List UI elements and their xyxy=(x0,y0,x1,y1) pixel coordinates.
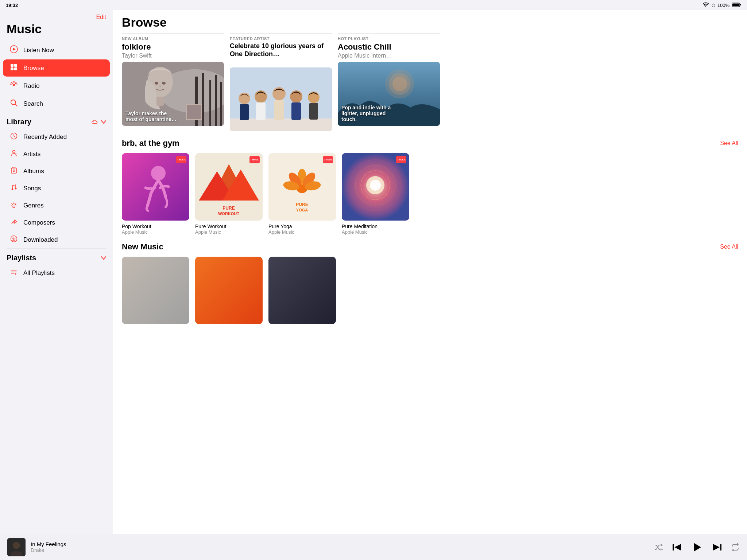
browse-title: Browse xyxy=(113,10,747,33)
folklore-image[interactable]: Taylor makes the most of quarantine… xyxy=(122,62,224,126)
composers-icon xyxy=(9,218,18,227)
folklore-label: NEW ALBUM xyxy=(122,33,224,41)
pure-yoga-thumb[interactable]: ♫ MUSIC xyxy=(268,153,336,221)
shuffle-button[interactable] xyxy=(654,544,663,551)
playlists-chevron xyxy=(101,256,106,260)
acoustic-image[interactable]: Pop and indie with a lighter, unplugged … xyxy=(338,62,440,126)
playlist-item-all[interactable]: All Playlists xyxy=(3,265,110,281)
svg-text:PURE: PURE xyxy=(222,206,235,211)
hero-card-acoustic[interactable]: HOT PLAYLIST Acoustic Chill Apple Music … xyxy=(338,33,440,131)
1d-subtitle xyxy=(230,59,332,65)
new-music-thumb-2[interactable] xyxy=(195,257,263,324)
svg-text:WORKOUT: WORKOUT xyxy=(218,211,239,216)
playlist-pop-workout[interactable]: ♫ MUSIC xyxy=(122,153,189,235)
library-item-songs[interactable]: Songs xyxy=(3,180,110,197)
svg-rect-48 xyxy=(256,102,266,120)
svg-rect-1 xyxy=(740,4,741,5)
playlist-pure-meditation[interactable]: ♫ MUSIC xyxy=(342,153,409,235)
status-bar: 19:32 ◎ 100% xyxy=(0,0,747,10)
battery-text: 100% xyxy=(717,3,729,8)
search-icon xyxy=(9,99,18,109)
pure-workout-name: Pure Workout xyxy=(195,223,263,229)
svg-point-39 xyxy=(162,82,166,85)
gym-playlist-row: ♫ MUSIC xyxy=(122,153,738,235)
nav-radio[interactable]: Radio xyxy=(3,77,110,94)
svg-point-60 xyxy=(151,166,166,180)
listen-now-icon xyxy=(9,45,18,55)
new-music-thumb-1[interactable] xyxy=(122,257,189,324)
svg-rect-2 xyxy=(732,3,739,6)
now-playing-album-art[interactable] xyxy=(7,538,26,556)
nav-listen-now[interactable]: Listen Now xyxy=(3,42,110,59)
browse-icon xyxy=(9,63,18,73)
acoustic-subtitle: Apple Music Intern… xyxy=(338,52,440,59)
new-music-thumb-3[interactable] xyxy=(268,257,336,324)
svg-rect-35 xyxy=(215,75,217,126)
browse-label: Browse xyxy=(23,65,44,72)
nav-search[interactable]: Search xyxy=(3,95,110,112)
main-content: Browse NEW ALBUM folklore Taylor Swift xyxy=(113,10,747,560)
pure-workout-artist: Apple Music xyxy=(195,229,263,235)
hero-card-1d[interactable]: FEATURED ARTIST Celebrate 10 glorious ye… xyxy=(230,33,332,131)
gym-section-title: brb, at the gym xyxy=(122,139,179,148)
hero-card-folklore[interactable]: NEW ALBUM folklore Taylor Swift xyxy=(122,33,224,131)
playlist-pure-yoga[interactable]: ♫ MUSIC xyxy=(268,153,336,235)
hero-cards-row: NEW ALBUM folklore Taylor Swift xyxy=(113,33,747,139)
play-button[interactable] xyxy=(691,541,703,553)
svg-point-18 xyxy=(13,170,14,171)
new-music-card-2[interactable] xyxy=(195,257,263,327)
svg-line-23 xyxy=(12,203,12,204)
playlist-pure-workout[interactable]: ♫ MUSIC PURE xyxy=(195,153,263,235)
radio-icon xyxy=(9,81,18,91)
prev-button[interactable] xyxy=(672,543,682,552)
library-item-downloaded[interactable]: Downloaded xyxy=(3,232,110,248)
gym-see-all-button[interactable]: See All xyxy=(720,140,738,147)
wifi-icon xyxy=(703,2,709,8)
pop-workout-artist: Apple Music xyxy=(122,229,189,235)
library-item-artists[interactable]: Artists xyxy=(3,146,110,162)
library-item-albums[interactable]: Albums xyxy=(3,163,110,179)
gym-section-header: brb, at the gym See All xyxy=(122,139,738,148)
svg-marker-4 xyxy=(13,48,16,51)
repeat-button[interactable] xyxy=(731,543,740,551)
nav-browse[interactable]: Browse xyxy=(3,59,110,77)
library-title: Library xyxy=(7,118,31,126)
svg-rect-52 xyxy=(291,102,301,120)
now-playing-info: In My Feelings Drake xyxy=(31,541,649,553)
new-music-see-all-button[interactable]: See All xyxy=(720,244,738,250)
svg-rect-46 xyxy=(240,104,249,120)
new-music-section: New Music See All xyxy=(113,242,747,334)
library-item-composers[interactable]: Composers xyxy=(3,214,110,231)
svg-rect-54 xyxy=(309,103,318,120)
svg-point-9 xyxy=(13,84,15,86)
svg-marker-86 xyxy=(694,543,701,552)
now-playing-controls xyxy=(654,541,740,553)
svg-point-19 xyxy=(12,188,13,190)
1d-image[interactable] xyxy=(230,67,332,131)
apple-music-badge-2: ♫ MUSIC xyxy=(249,156,260,163)
new-music-card-3[interactable] xyxy=(268,257,336,327)
cloud-icon xyxy=(90,119,98,125)
gym-section: brb, at the gym See All ♫ MUSIC xyxy=(113,139,747,242)
acoustic-title: Acoustic Chill xyxy=(338,42,440,52)
library-item-recently-added[interactable]: Recently Added xyxy=(3,129,110,145)
pop-workout-thumb[interactable]: ♫ MUSIC xyxy=(122,153,189,221)
svg-rect-42 xyxy=(187,105,201,119)
genres-icon xyxy=(9,201,18,210)
next-button[interactable] xyxy=(712,543,722,552)
pure-meditation-artist: Apple Music xyxy=(342,229,409,235)
library-item-genres[interactable]: Genres xyxy=(3,197,110,214)
location-icon: ◎ xyxy=(712,3,715,8)
svg-point-58 xyxy=(392,77,407,91)
svg-point-83 xyxy=(13,542,20,549)
svg-rect-87 xyxy=(720,544,722,551)
edit-button[interactable]: Edit xyxy=(96,14,106,20)
pure-workout-thumb[interactable]: ♫ MUSIC PURE xyxy=(195,153,263,221)
pure-meditation-thumb[interactable]: ♫ MUSIC xyxy=(342,153,409,221)
svg-rect-8 xyxy=(14,67,17,70)
folklore-overlay: Taylor makes the most of quarantine… xyxy=(125,110,180,122)
radio-label: Radio xyxy=(23,82,39,90)
svg-point-20 xyxy=(15,188,17,190)
new-music-card-1[interactable] xyxy=(122,257,189,327)
svg-rect-5 xyxy=(11,64,13,67)
